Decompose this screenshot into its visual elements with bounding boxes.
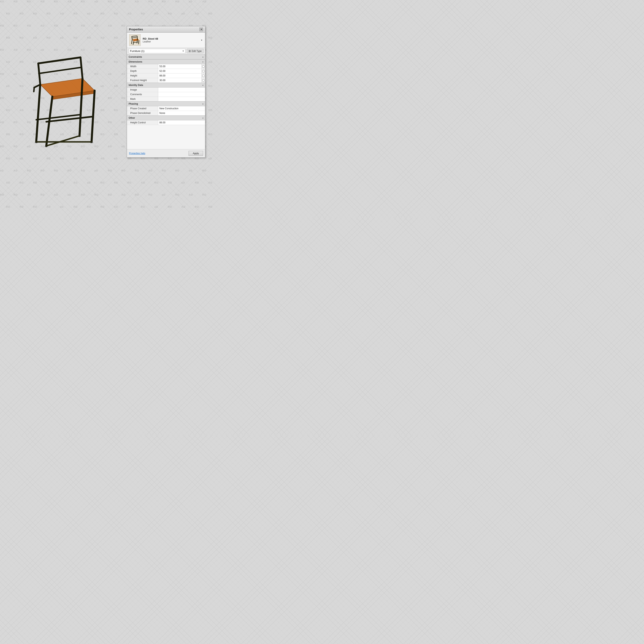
preview-item-subname: Leather <box>143 40 198 43</box>
prop-row-phase-demolished: Phase Demolished None <box>127 111 205 116</box>
section-label-phasing: Phasing <box>129 102 138 105</box>
panel-titlebar: Properties ✕ <box>127 26 205 33</box>
prop-label-width: Width <box>127 64 158 69</box>
prop-row-mark: Mark <box>127 97 205 101</box>
prop-label-depth: Depth <box>127 69 158 73</box>
prop-row-image: Image <box>127 88 205 92</box>
section-label-constraints: Constraints <box>129 56 142 58</box>
svg-line-32 <box>139 40 139 44</box>
properties-panel: Properties ✕ RD_Stool 48 Leather ▼ <box>127 26 205 158</box>
preview-dropdown-arrow[interactable]: ▼ <box>200 39 203 41</box>
section-header-phasing[interactable]: Phasing « <box>127 101 205 106</box>
prop-value-depth[interactable]: 52.00 <box>158 69 201 73</box>
prop-row-comments: Comments <box>127 92 205 97</box>
prop-value-width[interactable]: 53.00 <box>158 64 201 69</box>
prop-value-height[interactable]: 88.00 <box>158 73 201 78</box>
section-label-other: Other <box>129 117 135 119</box>
prop-label-height: Height <box>127 73 158 78</box>
properties-scroll-area[interactable]: Constraints » Dimensions « Width 53.00 D… <box>127 55 205 149</box>
close-button[interactable]: ✕ <box>199 28 203 31</box>
prop-row-height-control: Height Control 88.00 <box>127 120 205 125</box>
svg-point-24 <box>35 142 38 143</box>
prop-row-footrest-height: Footrest Height 30.00 <box>127 78 205 83</box>
prop-value-phase-created[interactable]: New Construction <box>158 106 205 111</box>
preview-item-name: RD_Stool 48 <box>143 37 198 40</box>
section-header-identity-data[interactable]: Identity Data « <box>127 83 205 88</box>
prop-label-footrest-height: Footrest Height <box>127 78 158 83</box>
svg-point-23 <box>90 142 93 143</box>
prop-value-height-control[interactable]: 88.00 <box>158 120 205 125</box>
svg-point-22 <box>45 146 48 147</box>
svg-line-30 <box>132 37 137 38</box>
svg-line-16 <box>36 85 40 142</box>
prop-value-comments[interactable] <box>158 92 205 97</box>
prop-value-footrest-height[interactable]: 30.00 <box>158 78 201 83</box>
section-chevron-other: « <box>202 117 203 119</box>
prop-label-phase-demolished: Phase Demolished <box>127 111 158 115</box>
prop-row-width: Width 53.00 <box>127 64 205 69</box>
panel-footer: Properties help Apply <box>127 149 205 157</box>
panel-title: Properties <box>129 28 143 31</box>
stool-illustration <box>8 40 117 165</box>
section-header-dimensions[interactable]: Dimensions « <box>127 59 205 64</box>
type-select-chevron: ▼ <box>182 50 184 52</box>
prop-row-phase-created: Phase Created New Construction <box>127 106 205 111</box>
type-selector-row: Furniture (1) ▼ ⊞ Edit Type <box>127 48 205 55</box>
prop-checkbox-footrest-height[interactable] <box>201 78 205 83</box>
svg-line-31 <box>133 41 134 45</box>
type-select-label: Furniture (1) <box>130 50 182 53</box>
type-select[interactable]: Furniture (1) ▼ <box>129 49 186 53</box>
edit-type-label: Edit Type <box>192 50 202 53</box>
section-label-dimensions: Dimensions <box>129 60 142 63</box>
prop-label-phase-created: Phase Created <box>127 106 158 111</box>
preview-thumbnail <box>129 34 141 46</box>
prop-label-comments: Comments <box>127 92 158 97</box>
svg-point-25 <box>78 136 81 137</box>
section-chevron-constraints: » <box>202 56 203 58</box>
svg-line-33 <box>131 39 132 44</box>
prop-row-depth: Depth 52.00 <box>127 69 205 73</box>
prop-label-mark: Mark <box>127 97 158 101</box>
svg-line-29 <box>132 36 137 36</box>
prop-checkbox-depth[interactable] <box>201 69 205 73</box>
properties-help-link[interactable]: Properties help <box>129 152 145 155</box>
prop-row-height: Height 88.00 <box>127 73 205 78</box>
section-chevron-phasing: « <box>202 103 203 105</box>
section-header-constraints[interactable]: Constraints » <box>127 55 205 59</box>
prop-checkbox-height[interactable] <box>201 73 205 78</box>
prop-label-image: Image <box>127 88 158 92</box>
svg-line-20 <box>46 136 79 146</box>
empty-space <box>127 125 205 149</box>
preview-info: RD_Stool 48 Leather <box>143 37 198 43</box>
prop-value-mark[interactable] <box>158 97 205 101</box>
edit-type-button[interactable]: ⊞ Edit Type <box>187 49 203 53</box>
prop-value-image[interactable] <box>158 88 205 92</box>
svg-marker-26 <box>132 38 139 41</box>
prop-value-phase-demolished[interactable]: None <box>158 111 205 115</box>
svg-line-13 <box>34 88 34 92</box>
prop-label-height-control: Height Control <box>127 120 158 125</box>
svg-line-11 <box>39 67 81 73</box>
section-chevron-identity-data: « <box>202 84 203 86</box>
section-header-other[interactable]: Other « <box>127 116 205 120</box>
prop-checkbox-width[interactable] <box>201 64 205 69</box>
apply-button[interactable]: Apply <box>189 151 203 156</box>
preview-row: RD_Stool 48 Leather ▼ <box>127 33 205 48</box>
section-label-identity-data: Identity Data <box>129 84 143 87</box>
edit-type-icon: ⊞ <box>189 50 191 53</box>
svg-line-9 <box>38 57 81 63</box>
section-chevron-dimensions: « <box>202 61 203 63</box>
